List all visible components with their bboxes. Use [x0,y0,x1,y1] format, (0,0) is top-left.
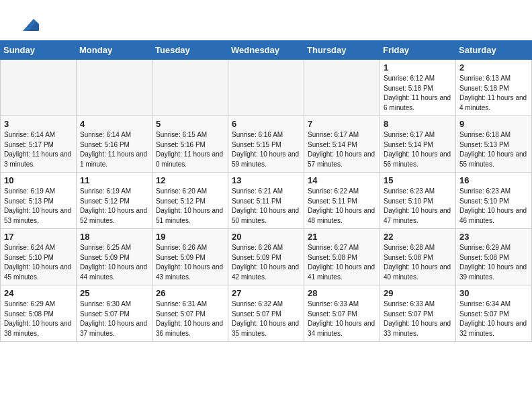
day-info: Sunrise: 6:22 AMSunset: 5:11 PMDaylight:… [308,187,376,226]
calendar-cell: 18Sunrise: 6:25 AMSunset: 5:09 PMDayligh… [77,229,152,285]
calendar-cell: 9Sunrise: 6:18 AMSunset: 5:13 PMDaylight… [456,116,532,173]
day-info: Sunrise: 6:31 AMSunset: 5:07 PMDaylight:… [156,300,224,338]
day-info: Sunrise: 6:21 AMSunset: 5:11 PMDaylight:… [232,187,300,226]
calendar-cell: 1Sunrise: 6:12 AMSunset: 5:18 PMDaylight… [380,60,456,116]
day-number: 7 [308,119,376,129]
day-info: Sunrise: 6:25 AMSunset: 5:09 PMDaylight:… [80,243,148,282]
day-info: Sunrise: 6:18 AMSunset: 5:13 PMDaylight:… [459,130,528,169]
calendar-cell [228,60,304,116]
weekday-header-wednesday: Wednesday [228,41,304,60]
day-info: Sunrise: 6:28 AMSunset: 5:08 PMDaylight:… [384,243,452,282]
day-info: Sunrise: 6:27 AMSunset: 5:08 PMDaylight:… [308,243,376,282]
calendar-cell: 13Sunrise: 6:21 AMSunset: 5:11 PMDayligh… [228,173,304,229]
day-number: 2 [459,62,528,73]
calendar-cell: 16Sunrise: 6:23 AMSunset: 5:10 PMDayligh… [456,173,532,229]
day-info: Sunrise: 6:14 AMSunset: 5:17 PMDaylight:… [4,130,73,169]
calendar-cell [304,60,380,116]
weekday-header-saturday: Saturday [456,41,532,60]
calendar-cell: 12Sunrise: 6:20 AMSunset: 5:12 PMDayligh… [152,173,228,229]
day-info: Sunrise: 6:17 AMSunset: 5:14 PMDaylight:… [308,130,376,169]
calendar-cell: 19Sunrise: 6:26 AMSunset: 5:09 PMDayligh… [152,229,228,285]
day-info: Sunrise: 6:23 AMSunset: 5:10 PMDaylight:… [459,187,528,226]
day-info: Sunrise: 6:20 AMSunset: 5:12 PMDaylight:… [156,187,224,226]
day-number: 3 [4,119,73,129]
weekday-header-row: SundayMondayTuesdayWednesdayThursdayFrid… [1,41,532,60]
calendar-cell: 8Sunrise: 6:17 AMSunset: 5:14 PMDaylight… [380,116,456,173]
day-info: Sunrise: 6:23 AMSunset: 5:10 PMDaylight:… [384,187,452,226]
weekday-header-sunday: Sunday [1,41,77,60]
calendar-cell: 17Sunrise: 6:24 AMSunset: 5:10 PMDayligh… [1,229,77,285]
calendar-cell: 4Sunrise: 6:14 AMSunset: 5:16 PMDaylight… [77,116,152,173]
calendar-cell: 14Sunrise: 6:22 AMSunset: 5:11 PMDayligh… [304,173,380,229]
day-number: 16 [459,175,528,185]
day-info: Sunrise: 6:17 AMSunset: 5:14 PMDaylight:… [384,130,452,169]
day-number: 11 [80,175,148,185]
day-info: Sunrise: 6:16 AMSunset: 5:15 PMDaylight:… [232,130,300,169]
day-info: Sunrise: 6:33 AMSunset: 5:07 PMDaylight:… [384,300,452,338]
calendar-week-row: 1Sunrise: 6:12 AMSunset: 5:18 PMDaylight… [1,60,532,116]
weekday-header-tuesday: Tuesday [152,41,228,60]
calendar-week-row: 10Sunrise: 6:19 AMSunset: 5:13 PMDayligh… [1,173,532,229]
day-number: 30 [459,288,528,298]
calendar-cell: 6Sunrise: 6:16 AMSunset: 5:15 PMDaylight… [228,116,304,173]
day-info: Sunrise: 6:26 AMSunset: 5:09 PMDaylight:… [156,243,224,282]
calendar-cell: 20Sunrise: 6:26 AMSunset: 5:09 PMDayligh… [228,229,304,285]
day-number: 15 [384,175,452,185]
calendar-cell: 24Sunrise: 6:29 AMSunset: 5:08 PMDayligh… [1,285,77,342]
calendar-week-row: 3Sunrise: 6:14 AMSunset: 5:17 PMDaylight… [1,116,532,173]
calendar-week-row: 24Sunrise: 6:29 AMSunset: 5:08 PMDayligh… [1,285,532,342]
day-number: 9 [459,119,528,129]
calendar-table: SundayMondayTuesdayWednesdayThursdayFrid… [0,40,532,342]
calendar-cell: 7Sunrise: 6:17 AMSunset: 5:14 PMDaylight… [304,116,380,173]
day-info: Sunrise: 6:29 AMSunset: 5:08 PMDaylight:… [459,243,528,282]
day-number: 10 [4,175,73,185]
calendar-cell: 27Sunrise: 6:32 AMSunset: 5:07 PMDayligh… [228,285,304,342]
day-number: 19 [156,232,224,242]
calendar-cell: 2Sunrise: 6:13 AMSunset: 5:18 PMDaylight… [456,60,532,116]
day-number: 29 [384,288,452,298]
day-info: Sunrise: 6:30 AMSunset: 5:07 PMDaylight:… [80,300,148,338]
weekday-header-friday: Friday [380,41,456,60]
calendar-cell: 29Sunrise: 6:33 AMSunset: 5:07 PMDayligh… [380,285,456,342]
day-info: Sunrise: 6:26 AMSunset: 5:09 PMDaylight:… [232,243,300,282]
weekday-header-thursday: Thursday [304,41,380,60]
day-number: 26 [156,288,224,298]
day-info: Sunrise: 6:29 AMSunset: 5:08 PMDaylight:… [4,300,73,338]
day-number: 22 [384,232,452,242]
calendar-cell: 21Sunrise: 6:27 AMSunset: 5:08 PMDayligh… [304,229,380,285]
calendar-week-row: 17Sunrise: 6:24 AMSunset: 5:10 PMDayligh… [1,229,532,285]
calendar-cell [77,60,152,116]
day-number: 8 [384,119,452,129]
day-info: Sunrise: 6:13 AMSunset: 5:18 PMDaylight:… [459,74,528,113]
day-info: Sunrise: 6:24 AMSunset: 5:10 PMDaylight:… [4,243,73,282]
day-info: Sunrise: 6:19 AMSunset: 5:12 PMDaylight:… [80,187,148,226]
day-info: Sunrise: 6:34 AMSunset: 5:07 PMDaylight:… [459,300,528,338]
day-number: 13 [232,175,300,185]
day-number: 18 [80,232,148,242]
day-number: 12 [156,175,224,185]
calendar-cell: 23Sunrise: 6:29 AMSunset: 5:08 PMDayligh… [456,229,532,285]
day-info: Sunrise: 6:15 AMSunset: 5:16 PMDaylight:… [156,130,224,169]
day-number: 20 [232,232,300,242]
calendar-cell: 28Sunrise: 6:33 AMSunset: 5:07 PMDayligh… [304,285,380,342]
page-header [0,0,532,40]
calendar-cell: 11Sunrise: 6:19 AMSunset: 5:12 PMDayligh… [77,173,152,229]
calendar-cell [152,60,228,116]
day-number: 17 [4,232,73,242]
day-number: 21 [308,232,376,242]
calendar-cell: 30Sunrise: 6:34 AMSunset: 5:07 PMDayligh… [456,285,532,342]
calendar-cell [1,60,77,116]
day-info: Sunrise: 6:19 AMSunset: 5:13 PMDaylight:… [4,187,73,226]
calendar-cell: 25Sunrise: 6:30 AMSunset: 5:07 PMDayligh… [77,285,152,342]
weekday-header-monday: Monday [77,41,152,60]
calendar-cell: 22Sunrise: 6:28 AMSunset: 5:08 PMDayligh… [380,229,456,285]
day-number: 6 [232,119,300,129]
day-number: 14 [308,175,376,185]
day-info: Sunrise: 6:32 AMSunset: 5:07 PMDaylight:… [232,300,300,338]
day-number: 23 [459,232,528,242]
day-info: Sunrise: 6:14 AMSunset: 5:16 PMDaylight:… [80,130,148,169]
calendar-cell: 10Sunrise: 6:19 AMSunset: 5:13 PMDayligh… [1,173,77,229]
calendar-cell: 26Sunrise: 6:31 AMSunset: 5:07 PMDayligh… [152,285,228,342]
day-info: Sunrise: 6:12 AMSunset: 5:18 PMDaylight:… [384,74,452,113]
day-info: Sunrise: 6:33 AMSunset: 5:07 PMDaylight:… [308,300,376,338]
